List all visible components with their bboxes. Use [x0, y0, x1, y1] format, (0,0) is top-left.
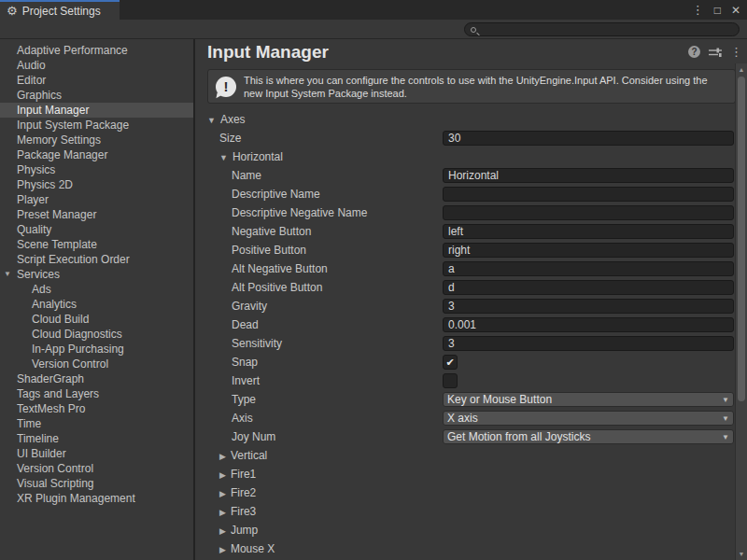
- sidebar-item-preset-manager[interactable]: Preset Manager: [0, 207, 193, 222]
- input-manager-pane: Input Manager ? ⋮ ! This is where you ca…: [197, 39, 747, 560]
- sidebar-item-player[interactable]: Player: [0, 192, 193, 207]
- foldout-fire3[interactable]: ▶Fire3: [197, 502, 735, 521]
- sidebar-item-physics-2d[interactable]: Physics 2D: [0, 177, 193, 192]
- foldout-closed-icon[interactable]: ▶: [219, 452, 226, 461]
- scroll-down-icon[interactable]: ▼: [736, 551, 747, 557]
- foldout-fire2[interactable]: ▶Fire2: [197, 483, 735, 502]
- sidebar-item-services[interactable]: ▼Services: [0, 267, 193, 282]
- chevron-down-icon: ▼: [722, 396, 729, 404]
- field-row-alt-negative-button: Alt Negative Button a: [197, 259, 735, 278]
- gravity-field[interactable]: 3: [443, 299, 734, 314]
- sidebar-item-xr-plugin-management[interactable]: XR Plugin Management: [0, 491, 193, 506]
- field-row-descriptive-negative-name: Descriptive Negative Name: [197, 203, 735, 222]
- sidebar-item-time[interactable]: Time: [0, 416, 193, 431]
- sidebar-item-input-manager[interactable]: Input Manager: [0, 103, 193, 118]
- sidebar-item-ads[interactable]: Ads: [0, 282, 193, 297]
- axis-dropdown[interactable]: X axis▼: [443, 411, 734, 426]
- foldout-horizontal[interactable]: ▼Horizontal: [197, 147, 735, 166]
- sidebar-item-cloud-build[interactable]: Cloud Build: [0, 312, 193, 327]
- size-field[interactable]: 30: [443, 131, 734, 146]
- chevron-down-icon: ▼: [722, 433, 729, 441]
- descriptive-negative-name-field[interactable]: [443, 205, 734, 220]
- foldout-closed-icon[interactable]: ▶: [219, 470, 226, 480]
- sidebar-item-editor[interactable]: Editor: [0, 73, 193, 88]
- field-row-descriptive-name: Descriptive Name: [197, 185, 735, 203]
- search-input[interactable]: [480, 23, 721, 36]
- sidebar-item-script-execution-order[interactable]: Script Execution Order: [0, 252, 193, 267]
- sidebar-item-cloud-diagnostics[interactable]: Cloud Diagnostics: [0, 327, 193, 342]
- sidebar-item-adaptive-performance[interactable]: Adaptive Performance: [0, 43, 193, 58]
- field-row-type: Type Key or Mouse Button▼: [197, 390, 735, 409]
- foldout-closed-icon[interactable]: ▶: [219, 526, 226, 536]
- foldout-vertical[interactable]: ▶Vertical: [197, 446, 735, 465]
- close-icon[interactable]: ✕: [731, 5, 740, 16]
- joy-num-dropdown[interactable]: Get Motion from all Joysticks▼: [443, 429, 734, 444]
- scrollbar-thumb[interactable]: [738, 77, 745, 401]
- check-icon: ✔: [445, 357, 454, 368]
- sensitivity-field[interactable]: 3: [443, 336, 734, 351]
- sidebar-item-shadergraph[interactable]: ShaderGraph: [0, 371, 193, 386]
- field-row-invert: Invert: [197, 371, 735, 390]
- field-row-joy-num: Joy Num Get Motion from all Joysticks▼: [197, 427, 735, 446]
- sidebar-item-physics[interactable]: Physics: [0, 162, 193, 177]
- sidebar-item-tags-and-layers[interactable]: Tags and Layers: [0, 386, 193, 401]
- info-icon: !: [216, 77, 236, 97]
- sidebar-item-textmesh-pro[interactable]: TextMesh Pro: [0, 401, 193, 416]
- vertical-scrollbar[interactable]: ▲ ▼: [735, 63, 747, 560]
- foldout-open-icon[interactable]: ▼: [207, 116, 216, 125]
- sidebar-item-version-control-service[interactable]: Version Control: [0, 357, 193, 371]
- chevron-down-icon: ▼: [722, 414, 729, 423]
- name-field[interactable]: Horizontal: [443, 168, 734, 183]
- sidebar-item-version-control[interactable]: Version Control: [0, 461, 193, 476]
- foldout-open-icon[interactable]: ▼: [219, 153, 228, 162]
- foldout-closed-icon[interactable]: ▶: [219, 489, 226, 498]
- pane-menu-icon[interactable]: ⋮: [730, 46, 742, 58]
- foldout-open-icon[interactable]: ▼: [4, 267, 11, 282]
- maximize-icon[interactable]: □: [714, 5, 721, 16]
- foldout-axes[interactable]: ▼Axes: [197, 110, 735, 129]
- search-box[interactable]: [464, 22, 740, 36]
- descriptive-name-field[interactable]: [443, 187, 734, 202]
- window-menu-icon[interactable]: ⋮: [692, 5, 704, 16]
- sidebar-item-timeline[interactable]: Timeline: [0, 431, 193, 446]
- negative-button-field[interactable]: left: [443, 224, 734, 239]
- sidebar-item-scene-template[interactable]: Scene Template: [0, 237, 193, 252]
- page-title: Input Manager: [207, 42, 329, 63]
- field-row-dead: Dead 0.001: [197, 315, 735, 334]
- settings-sidebar: Adaptive Performance Audio Editor Graphi…: [0, 39, 195, 560]
- preset-icon[interactable]: [709, 47, 722, 58]
- sidebar-item-visual-scripting[interactable]: Visual Scripting: [0, 476, 193, 491]
- sidebar-item-input-system-package[interactable]: Input System Package: [0, 118, 193, 133]
- dead-field[interactable]: 0.001: [443, 317, 734, 332]
- scroll-up-icon[interactable]: ▲: [736, 66, 747, 73]
- search-icon: [471, 27, 476, 33]
- sidebar-item-quality[interactable]: Quality: [0, 222, 193, 237]
- help-icon[interactable]: ?: [688, 46, 700, 58]
- invert-checkbox[interactable]: [443, 373, 458, 388]
- type-dropdown[interactable]: Key or Mouse Button▼: [443, 392, 734, 407]
- sidebar-item-memory-settings[interactable]: Memory Settings: [0, 133, 193, 147]
- sidebar-item-graphics[interactable]: Graphics: [0, 88, 193, 103]
- foldout-closed-icon[interactable]: ▶: [219, 545, 226, 554]
- tab-project-settings[interactable]: ⚙ Project Settings: [0, 0, 120, 20]
- positive-button-field[interactable]: right: [443, 243, 734, 258]
- field-row-negative-button: Negative Button left: [197, 222, 735, 241]
- sidebar-item-audio[interactable]: Audio: [0, 58, 193, 73]
- field-row-sensitivity: Sensitivity 3: [197, 334, 735, 353]
- sidebar-item-analytics[interactable]: Analytics: [0, 297, 193, 312]
- snap-checkbox[interactable]: ✔: [443, 355, 458, 370]
- sidebar-item-in-app-purchasing[interactable]: In-App Purchasing: [0, 342, 193, 357]
- sidebar-item-package-manager[interactable]: Package Manager: [0, 147, 193, 162]
- field-row-name: Name Horizontal: [197, 166, 735, 185]
- alt-negative-button-field[interactable]: a: [443, 261, 734, 276]
- info-box: ! This is where you can configure the co…: [207, 69, 736, 104]
- field-row-snap: Snap ✔: [197, 353, 735, 371]
- window-tab-bar: ⚙ Project Settings ⋮ □ ✕: [0, 0, 747, 20]
- alt-positive-button-field[interactable]: d: [443, 280, 734, 295]
- foldout-closed-icon[interactable]: ▶: [219, 508, 226, 517]
- foldout-jump[interactable]: ▶Jump: [197, 521, 735, 539]
- field-row-positive-button: Positive Button right: [197, 241, 735, 259]
- foldout-fire1[interactable]: ▶Fire1: [197, 465, 735, 483]
- sidebar-item-ui-builder[interactable]: UI Builder: [0, 446, 193, 461]
- foldout-mouse-x[interactable]: ▶Mouse X: [197, 539, 735, 558]
